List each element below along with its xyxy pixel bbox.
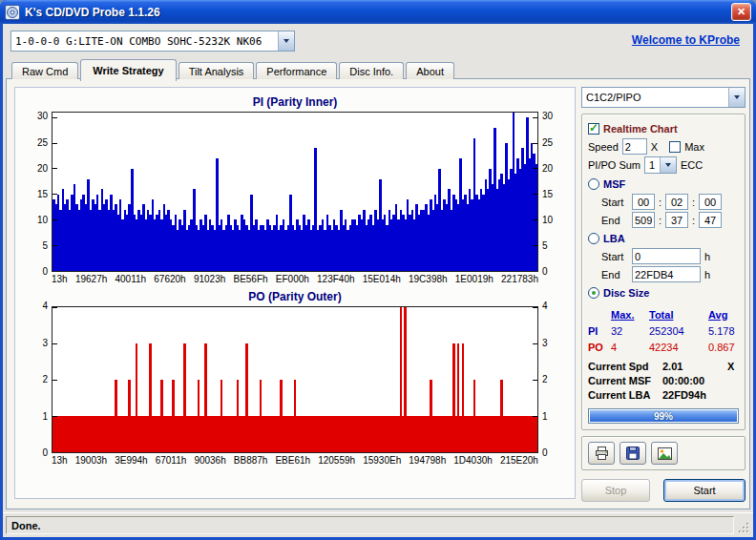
y-axis-tick-label: 30 [37, 112, 48, 121]
y-axis-tick-label: 0 [542, 448, 548, 458]
x-axis-tick-label: 15E014h [363, 274, 401, 284]
chevron-down-icon[interactable] [728, 88, 745, 107]
save-button[interactable] [620, 442, 646, 465]
stats-value: 5.178 [708, 325, 739, 337]
pi-chart: PI (Parity Inner) 051015202530 051015202… [21, 92, 569, 284]
tab-about[interactable]: About [406, 62, 454, 79]
msf-separator: : [692, 197, 695, 208]
lba-start-input[interactable] [632, 248, 701, 264]
x-axis-tick-label: 90036h [194, 455, 225, 466]
current-row: Current Spd2.01X [588, 359, 739, 373]
msf-separator: : [659, 215, 662, 226]
stats-header-row: Max.TotalAvg [588, 306, 739, 322]
y-axis-tick-label: 15 [542, 190, 553, 199]
y-axis-tick-label: 0 [42, 267, 48, 277]
y-axis-tick-label: 10 [37, 216, 48, 225]
po-chart-title: PO (Parity Outer) [21, 286, 569, 306]
tab-write-strategy[interactable]: Write Strategy [80, 59, 176, 81]
tab-disc-info[interactable]: Disc Info. [339, 62, 404, 79]
y-axis-tick-label: 25 [37, 138, 48, 148]
realtime-chart-checkbox[interactable] [588, 123, 599, 135]
pi-x-axis: 13h19627h40011h67620h91023hBE56FhEF000h1… [52, 272, 538, 284]
x-axis-tick-label: BE56Fh [233, 274, 267, 284]
msf-radio[interactable] [588, 178, 599, 190]
po-chart-plot [52, 307, 537, 452]
ecc-label: ECC [681, 159, 703, 171]
tab-raw-cmd[interactable]: Raw Cmd [11, 62, 78, 79]
msf-start-min-input[interactable] [632, 194, 655, 210]
msf-start-sec-input[interactable] [665, 194, 688, 210]
current-row: Current LBA22FD94h [588, 387, 739, 402]
x-axis-tick-label: 67620h [154, 274, 185, 284]
chevron-down-icon[interactable] [660, 157, 676, 173]
charts-panel: PI (Parity Inner) 051015202530 051015202… [14, 87, 576, 499]
x-axis-tick-label: 215E20h [500, 455, 538, 466]
resize-grip[interactable] [737, 516, 750, 534]
current-label: Current MSF [588, 375, 662, 386]
print-button[interactable] [588, 442, 615, 465]
chevron-down-icon[interactable] [278, 31, 294, 51]
x-axis-tick-label: 91023h [194, 274, 225, 284]
y-axis-tick-label: 20 [37, 164, 48, 174]
x-axis-tick-label: 40011h [115, 274, 146, 284]
app-icon [5, 5, 20, 20]
lba-label: LBA [603, 233, 625, 244]
x-axis-tick-label: 194798h [409, 455, 446, 466]
x-axis-tick-label: 67011h [156, 455, 187, 466]
pipo-sum-label: PI/PO Sum [588, 159, 640, 171]
x-axis-tick-label: 123F40h [317, 274, 354, 284]
stats-value: 32 [611, 325, 647, 337]
current-value: 2.01 [662, 361, 727, 372]
progress-label: 99% [589, 409, 738, 423]
pipo-sum-combo[interactable]: 1 [644, 156, 677, 174]
current-values: Current Spd2.01XCurrent MSF00:00:00Curre… [588, 359, 739, 402]
stats-header: Total [649, 309, 706, 321]
x-axis-tick-label: BB887h [234, 455, 268, 466]
y-axis-tick-label: 20 [542, 164, 553, 174]
save-icon [626, 447, 640, 460]
realtime-chart-label: Realtime Chart [603, 123, 678, 135]
y-axis-tick-label: 3 [42, 339, 48, 348]
stats-row-po: PO4422340.867 [588, 339, 739, 355]
drive-select-combo[interactable]: 1-0-0-0 G:LITE-ON COMBO SOHC-5232K NK06 [10, 31, 295, 52]
msf-end-sec-input[interactable] [665, 212, 688, 228]
pi-chart-plot [52, 113, 537, 271]
welcome-link[interactable]: Welcome to KProbe [632, 33, 740, 47]
x-axis-tick-label: 120559h [318, 455, 355, 466]
msf-end-frame-input[interactable] [699, 212, 722, 228]
y-axis-tick-label: 1 [42, 412, 48, 422]
tab-performance[interactable]: Performance [256, 62, 337, 79]
tab-tilt-analysis[interactable]: Tilt Analysis [178, 62, 255, 79]
status-bar: Done. [3, 512, 753, 537]
stats-value: 252304 [649, 325, 706, 337]
start-button[interactable]: Start [663, 479, 746, 502]
msf-start-frame-input[interactable] [699, 194, 722, 210]
mode-combo[interactable]: C1C2/PIPO [581, 87, 746, 108]
x-axis-tick-label: 13h [52, 274, 68, 284]
speed-input[interactable] [622, 138, 647, 155]
pipo-sum-value: 1 [645, 157, 660, 173]
stats-value: 42234 [649, 342, 706, 353]
lba-end-input[interactable] [632, 266, 701, 282]
stats-row-label: PI [588, 325, 609, 337]
progress-bar: 99% [588, 408, 739, 424]
y-axis-tick-label: 0 [542, 267, 548, 277]
title-bar[interactable]: K's CD/DVD Probe 1.1.26 ✕ [0, 0, 756, 24]
msf-end-min-input[interactable] [632, 212, 655, 228]
y-axis-tick-label: 5 [42, 241, 48, 251]
save-image-button[interactable] [651, 442, 678, 465]
y-axis-tick-label: 1 [542, 412, 548, 422]
close-button[interactable]: ✕ [731, 3, 751, 21]
max-speed-checkbox[interactable] [669, 141, 681, 153]
stats-value: 4 [611, 342, 647, 353]
disc-size-label: Disc Size [603, 287, 649, 299]
max-speed-label: Max [684, 141, 704, 153]
stop-button[interactable]: Stop [581, 479, 650, 502]
disc-size-radio[interactable] [588, 287, 599, 299]
po-y-axis-left: 01234 [21, 306, 52, 453]
lba-radio[interactable] [588, 233, 599, 244]
po-plot-area [52, 306, 538, 453]
y-axis-tick-label: 15 [37, 190, 48, 199]
app-window: K's CD/DVD Probe 1.1.26 ✕ 1-0-0-0 G:LITE… [0, 0, 756, 540]
current-row: Current MSF00:00:00 [588, 373, 739, 387]
